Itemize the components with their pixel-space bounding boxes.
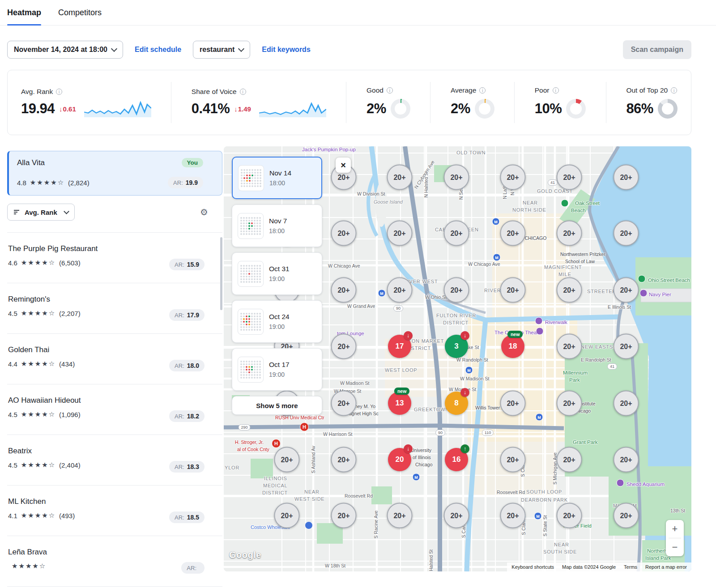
tab-competitors[interactable]: Competitors xyxy=(58,0,102,25)
scan-history-item[interactable]: Oct 3119:00 xyxy=(232,252,322,295)
mini-heatmap-icon xyxy=(238,309,264,335)
map-pin[interactable]: 20+ xyxy=(614,277,639,303)
scan-campaign-button[interactable]: Scan campaign xyxy=(623,40,691,59)
scan-history-item[interactable]: Nov 1418:00 xyxy=(232,157,322,199)
keyboard-shortcuts-link[interactable]: Keyboard shortcuts xyxy=(511,564,554,570)
map-pin[interactable]: 20+ xyxy=(557,447,582,473)
date-select[interactable]: November 14, 2024 at 18:00 xyxy=(7,41,123,59)
info-icon[interactable]: i xyxy=(387,87,393,94)
info-icon[interactable]: i xyxy=(671,87,677,94)
google-logo[interactable]: Google xyxy=(229,550,261,560)
list-item[interactable]: Leña Brava★★★★☆AR: xyxy=(7,536,222,587)
arrow-down-icon: ↓ xyxy=(59,105,63,113)
edit-schedule-link[interactable]: Edit schedule xyxy=(135,46,181,54)
map-pin[interactable]: 20+ xyxy=(500,503,526,528)
map-pin[interactable]: 20+ xyxy=(557,221,582,246)
map-pin[interactable]: 20+ xyxy=(500,447,526,473)
map-pin[interactable]: 20+ xyxy=(387,277,413,303)
sort-icon xyxy=(13,209,21,215)
map-pin[interactable]: 20+ xyxy=(331,334,357,359)
map-pin[interactable]: 20+ xyxy=(331,447,357,473)
map-pin[interactable]: 20+ xyxy=(500,391,526,416)
scan-history-item[interactable]: Nov 718:00 xyxy=(232,205,322,247)
business-name: ML Kitchen xyxy=(8,497,75,506)
zoom-out-button[interactable]: − xyxy=(666,538,684,556)
settings-gear-icon[interactable]: ⚙ xyxy=(198,205,210,219)
list-item[interactable]: Beatrix4.5★★★★☆(2,404)AR:18.3 xyxy=(7,435,222,486)
map-pin[interactable]: 20+ xyxy=(387,503,413,528)
scan-date: Nov 14 xyxy=(269,169,291,177)
list-item[interactable]: ML Kitchen4.1★★★★☆(493)AR:18.5 xyxy=(7,486,222,536)
sort-select[interactable]: Avg. Rank xyxy=(7,204,75,221)
map-pin-ranked[interactable]: 17↓ xyxy=(388,335,411,358)
map-pin[interactable]: 20+ xyxy=(557,277,582,303)
your-business-card[interactable]: Alla Vita You 4.8 ★★★★☆ (2,824) AR: 19.9 xyxy=(7,151,222,196)
scan-history-text: Oct 3119:00 xyxy=(269,265,290,282)
info-icon[interactable]: i xyxy=(553,87,559,94)
map-pin[interactable]: 20+ xyxy=(387,165,413,190)
map-pin[interactable]: 20+ xyxy=(387,221,413,246)
map-pin[interactable]: 20+ xyxy=(444,165,469,190)
list-item[interactable]: AO Hawaiian Hideout4.5★★★★☆(1,096)AR:18.… xyxy=(7,384,222,435)
map-pin-ranked[interactable]: 16↑ xyxy=(445,448,468,471)
show-more-button[interactable]: Show 5 more xyxy=(232,396,322,415)
map-pin-ranked[interactable]: 8↓ xyxy=(445,392,468,415)
stat-value: 86% xyxy=(626,101,653,117)
map-pin-ranked[interactable]: 3↓ xyxy=(445,335,468,358)
list-scrollbar[interactable] xyxy=(220,237,222,310)
edit-keywords-link[interactable]: Edit keywords xyxy=(262,46,310,54)
heatmap-dot-grid xyxy=(240,217,261,235)
map-pin-ranked[interactable]: 13new xyxy=(388,392,411,415)
new-badge: new xyxy=(394,388,409,395)
map-pin[interactable]: 20+ xyxy=(331,391,357,416)
heatmap-map[interactable]: OLD TOWNGOLD COASTNEARNORTH SIDECABRINI-… xyxy=(224,146,691,571)
map-pin[interactable]: 20+ xyxy=(557,503,582,528)
list-item[interactable]: Remington's4.5★★★★☆(2,207)AR:17.9 xyxy=(7,283,222,334)
map-pin[interactable]: 20+ xyxy=(614,165,639,190)
map-pin[interactable]: 20+ xyxy=(331,221,357,246)
avg-rank-pill: AR:18.3 xyxy=(169,461,205,473)
map-pin[interactable]: 20+ xyxy=(614,391,639,416)
list-item[interactable]: The Purple Pig Restaurant4.6★★★★☆(6,503)… xyxy=(7,233,222,283)
info-icon[interactable]: i xyxy=(56,89,62,95)
scan-history-text: Oct 1719:00 xyxy=(269,361,290,378)
info-icon[interactable]: i xyxy=(240,89,246,95)
map-pin[interactable]: 20+ xyxy=(444,221,469,246)
map-pin[interactable]: 20+ xyxy=(331,277,357,303)
map-pin[interactable]: 20+ xyxy=(444,503,469,528)
stat-label: Share of Voice i xyxy=(192,88,326,96)
map-pin-ranked[interactable]: 18new xyxy=(501,335,524,358)
map-pin[interactable]: 20+ xyxy=(500,165,526,190)
scan-history-panel: Nov 1418:00Nov 718:00Oct 3119:00Oct 2419… xyxy=(232,157,322,415)
map-pin[interactable]: 20+ xyxy=(331,503,357,528)
map-pin-ranked[interactable]: 20↓ xyxy=(388,448,411,471)
tab-heatmap[interactable]: Heatmap xyxy=(7,0,41,25)
arrow-down-icon: ↓ xyxy=(234,105,238,113)
map-pin[interactable]: 20+ xyxy=(500,221,526,246)
zoom-in-button[interactable]: + xyxy=(666,520,684,538)
ar-value: 17.9 xyxy=(187,311,199,319)
report-error-link[interactable]: Report a map error xyxy=(645,564,687,570)
keyword-select[interactable]: restaurant xyxy=(193,41,250,59)
divider xyxy=(606,82,606,123)
map-pin[interactable]: 20+ xyxy=(274,447,300,473)
map-pin[interactable]: 20+ xyxy=(557,391,582,416)
info-icon[interactable]: i xyxy=(479,87,486,94)
divider xyxy=(346,82,346,123)
stat-avg-rank: Avg. Rank i 19.94 ↓0.61 xyxy=(21,88,151,117)
map-pin[interactable]: 20+ xyxy=(557,334,582,359)
map-pin[interactable]: 20+ xyxy=(500,277,526,303)
map-pin[interactable]: 20+ xyxy=(614,503,639,528)
scan-history-item[interactable]: Oct 2419:00 xyxy=(232,300,322,343)
map-pin[interactable]: 20+ xyxy=(614,334,639,359)
close-icon[interactable]: × xyxy=(336,158,351,173)
scan-history-item[interactable]: Oct 1719:00 xyxy=(232,348,322,391)
terms-link[interactable]: Terms xyxy=(624,564,637,570)
map-data-credit[interactable]: Map data ©2024 Google xyxy=(562,564,616,570)
map-pin[interactable]: 20+ xyxy=(614,447,639,473)
map-pin[interactable]: 20+ xyxy=(274,503,300,528)
map-pin[interactable]: 20+ xyxy=(614,221,639,246)
map-pin[interactable]: 20+ xyxy=(444,277,469,303)
list-item[interactable]: Golden Thai4.4★★★★☆(434)AR:18.0 xyxy=(7,334,222,384)
map-pin[interactable]: 20+ xyxy=(557,165,582,190)
